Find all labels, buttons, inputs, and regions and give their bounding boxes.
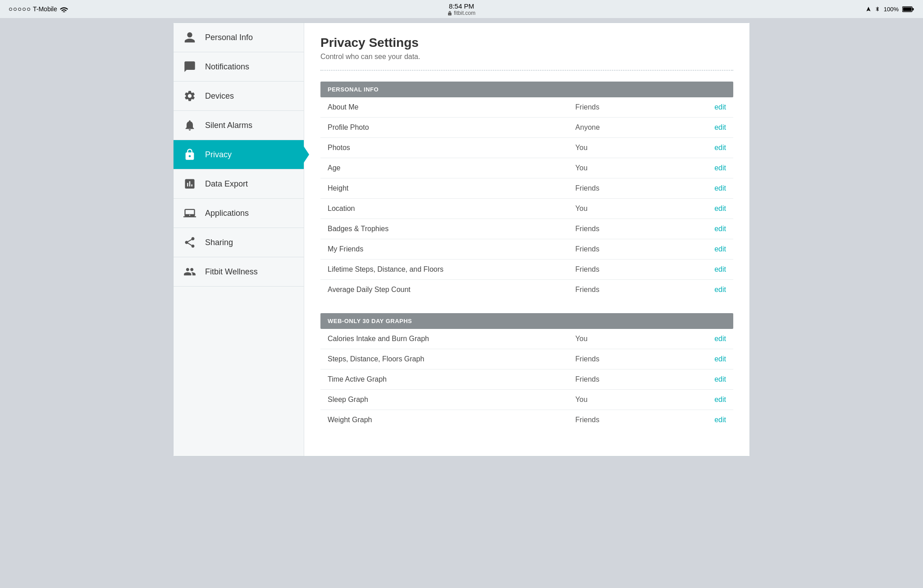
- row-visibility: Friends: [568, 239, 672, 260]
- sidebar-item-sharing[interactable]: Sharing: [174, 228, 304, 257]
- sidebar-item-data-export[interactable]: Data Export: [174, 169, 304, 199]
- row-visibility: Friends: [568, 260, 672, 280]
- sidebar-label-devices: Devices: [205, 91, 234, 101]
- section-web-only-graphs: WEB-ONLY 30 DAY GRAPHS Calories Intake a…: [320, 313, 733, 430]
- app-container: Personal Info Notifications Devices: [164, 18, 759, 465]
- battery-label: 100%: [884, 6, 899, 13]
- row-edit-cell: edit: [672, 138, 733, 158]
- sidebar-item-notifications[interactable]: Notifications: [174, 52, 304, 82]
- table-row: Sleep Graph You edit: [320, 390, 733, 410]
- row-edit-cell: edit: [672, 199, 733, 219]
- table-row: Weight Graph Friends edit: [320, 410, 733, 430]
- section-personal-info: PERSONAL INFO About Me Friends edit Prof…: [320, 82, 733, 300]
- sidebar-item-fitbit-wellness[interactable]: Fitbit Wellness: [174, 257, 304, 287]
- row-label: About Me: [320, 97, 568, 118]
- sidebar-label-privacy: Privacy: [205, 150, 232, 160]
- row-label: Badges & Trophies: [320, 219, 568, 239]
- table-row: Profile Photo Anyone edit: [320, 118, 733, 138]
- url-text: fitbit.com: [454, 10, 475, 16]
- table-row: Location You edit: [320, 199, 733, 219]
- row-edit-cell: edit: [672, 118, 733, 138]
- wifi-icon: [60, 6, 68, 12]
- share-icon: [183, 236, 197, 249]
- row-edit-cell: edit: [672, 369, 733, 390]
- row-label: Height: [320, 178, 568, 199]
- edit-link[interactable]: edit: [714, 103, 726, 111]
- sidebar-label-sharing: Sharing: [205, 238, 233, 247]
- edit-link[interactable]: edit: [714, 225, 726, 232]
- row-visibility: Friends: [568, 178, 672, 199]
- row-visibility: Anyone: [568, 118, 672, 138]
- edit-link[interactable]: edit: [714, 184, 726, 192]
- edit-link[interactable]: edit: [714, 245, 726, 253]
- section-header-web-only-graphs: WEB-ONLY 30 DAY GRAPHS: [320, 313, 733, 329]
- signal-dot-4: [23, 8, 26, 11]
- row-label: Photos: [320, 138, 568, 158]
- monitor-icon: [183, 207, 197, 219]
- svg-rect-1: [903, 7, 912, 11]
- edit-link[interactable]: edit: [714, 375, 726, 383]
- row-visibility: You: [568, 158, 672, 178]
- row-edit-cell: edit: [672, 239, 733, 260]
- row-visibility: Friends: [568, 410, 672, 430]
- row-visibility: Friends: [568, 97, 672, 118]
- sidebar-item-applications[interactable]: Applications: [174, 199, 304, 228]
- sidebar-item-silent-alarms[interactable]: Silent Alarms: [174, 111, 304, 140]
- sidebar-item-privacy[interactable]: Privacy: [174, 140, 304, 169]
- sidebar-label-silent-alarms: Silent Alarms: [205, 121, 252, 130]
- section-header-personal-info: PERSONAL INFO: [320, 82, 733, 97]
- row-label: My Friends: [320, 239, 568, 260]
- edit-link[interactable]: edit: [714, 335, 726, 342]
- sidebar-item-devices[interactable]: Devices: [174, 82, 304, 111]
- page-title: Privacy Settings: [320, 36, 733, 50]
- battery-icon: [902, 6, 914, 12]
- status-right: 100%: [866, 6, 914, 13]
- bell-icon: [183, 119, 197, 132]
- edit-link[interactable]: edit: [714, 205, 726, 212]
- row-label: Steps, Distance, Floors Graph: [320, 349, 568, 369]
- time-label: 8:54 PM: [449, 2, 474, 10]
- gear-icon: [183, 90, 197, 102]
- row-visibility: You: [568, 390, 672, 410]
- table-row: Lifetime Steps, Distance, and Floors Fri…: [320, 260, 733, 280]
- edit-link[interactable]: edit: [714, 164, 726, 172]
- edit-link[interactable]: edit: [714, 144, 726, 151]
- edit-link[interactable]: edit: [714, 355, 726, 363]
- signal-dots: [9, 8, 30, 11]
- row-edit-cell: edit: [672, 329, 733, 349]
- edit-link[interactable]: edit: [714, 396, 726, 403]
- signal-dot-2: [14, 8, 17, 11]
- table-row: Age You edit: [320, 158, 733, 178]
- location-icon: [866, 6, 871, 12]
- bluetooth-icon: [875, 6, 880, 12]
- row-edit-cell: edit: [672, 280, 733, 300]
- edit-link[interactable]: edit: [714, 286, 726, 293]
- edit-link[interactable]: edit: [714, 416, 726, 424]
- row-edit-cell: edit: [672, 349, 733, 369]
- row-visibility: Friends: [568, 369, 672, 390]
- sidebar-label-applications: Applications: [205, 209, 249, 218]
- chart-icon: [183, 178, 197, 190]
- main-card: Personal Info Notifications Devices: [173, 23, 750, 456]
- table-row: Average Daily Step Count Friends edit: [320, 280, 733, 300]
- row-label: Calories Intake and Burn Graph: [320, 329, 568, 349]
- row-edit-cell: edit: [672, 219, 733, 239]
- row-visibility: You: [568, 138, 672, 158]
- divider: [320, 70, 733, 71]
- row-edit-cell: edit: [672, 178, 733, 199]
- table-row: Height Friends edit: [320, 178, 733, 199]
- row-visibility: You: [568, 199, 672, 219]
- signal-dot-5: [27, 8, 30, 11]
- carrier-label: T-Mobile: [33, 5, 57, 13]
- status-center: 8:54 PM fitbit.com: [448, 2, 475, 16]
- edit-link[interactable]: edit: [714, 265, 726, 273]
- row-edit-cell: edit: [672, 390, 733, 410]
- edit-link[interactable]: edit: [714, 123, 726, 131]
- person-icon: [183, 31, 197, 44]
- sidebar-item-personal-info[interactable]: Personal Info: [174, 23, 304, 52]
- url-bar: fitbit.com: [448, 10, 475, 16]
- lock-icon-urlbar: [448, 10, 452, 16]
- table-row: Calories Intake and Burn Graph You edit: [320, 329, 733, 349]
- table-row: Time Active Graph Friends edit: [320, 369, 733, 390]
- table-row: Photos You edit: [320, 138, 733, 158]
